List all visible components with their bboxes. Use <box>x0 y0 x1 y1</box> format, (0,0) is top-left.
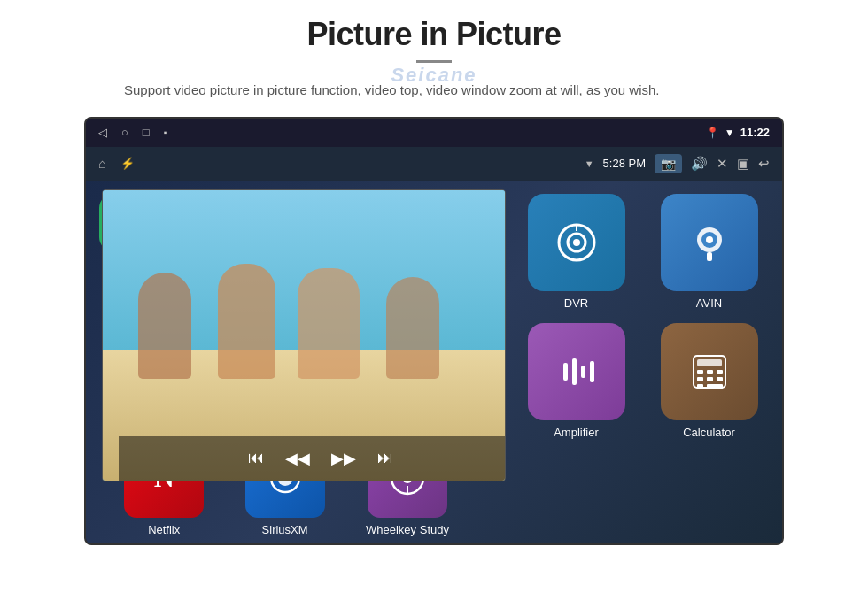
action-bar-right: ▼ 5:28 PM 📷 🔊 ✕ ▣ ↩ <box>585 154 770 173</box>
app-avin-label: AVIN <box>696 296 722 310</box>
calculator-svg-icon <box>688 350 731 393</box>
page-subtitle: Support video picture in picture functio… <box>124 81 744 101</box>
svg-rect-21 <box>707 384 723 389</box>
svg-rect-10 <box>581 366 585 378</box>
svg-point-7 <box>706 236 713 243</box>
amplifier-svg-icon <box>554 350 599 394</box>
pip-action-icon[interactable]: ▣ <box>737 156 749 172</box>
svg-rect-17 <box>697 377 703 381</box>
app-dvr-icon[interactable] <box>528 194 625 291</box>
spacer2 <box>638 438 744 536</box>
extra-nav-icon[interactable]: ▪ <box>164 127 167 137</box>
home-nav-icon[interactable]: ○ <box>121 126 128 139</box>
svg-rect-13 <box>697 359 722 366</box>
status-bar-right: 📍 ▼ 11:22 <box>706 126 770 139</box>
pip-next-button[interactable]: ⏭ <box>377 449 393 467</box>
svg-rect-8 <box>563 363 568 381</box>
dvr-svg-icon <box>554 220 599 265</box>
app-dvr-wrapper[interactable]: DVR <box>516 194 636 310</box>
usb-action-icon[interactable]: ⚡ <box>120 157 135 170</box>
app-calculator-label: Calculator <box>683 426 735 439</box>
pip-controls: ⏮ ◀◀ ▶▶ ⏭ <box>119 436 506 481</box>
title-divider <box>416 60 452 63</box>
svg-rect-11 <box>590 361 594 382</box>
page-title: Picture in Picture <box>0 16 868 53</box>
svg-rect-16 <box>717 370 723 374</box>
avin-svg-icon <box>687 220 732 265</box>
svg-rect-18 <box>707 377 713 381</box>
figure2 <box>218 264 275 379</box>
app-calculator-icon[interactable] <box>661 323 758 420</box>
app-amplifier-wrapper[interactable]: Amplifier <box>516 323 636 439</box>
signal-icon: ▼ <box>725 127 735 139</box>
app-dvr-label: DVR <box>564 296 588 310</box>
app-amplifier-label: Amplifier <box>554 426 599 439</box>
svg-rect-20 <box>697 384 703 389</box>
app-calculator-wrapper[interactable]: Calculator <box>649 323 769 439</box>
svg-rect-19 <box>717 377 723 381</box>
status-time: 11:22 <box>740 126 770 139</box>
svg-rect-15 <box>707 370 713 374</box>
action-time: 5:28 PM <box>603 157 646 170</box>
camera-button[interactable]: 📷 <box>655 154 682 173</box>
status-bar: ◁ ○ □ ▪ 📍 ▼ 11:22 <box>86 119 782 147</box>
pip-prev-button[interactable]: ⏮ <box>248 449 264 467</box>
action-bar: ⌂ ⚡ ▼ 5:28 PM 📷 🔊 ✕ ▣ ↩ <box>86 147 782 181</box>
pip-video[interactable]: ▶ − + ✕ ⏮ <box>102 189 506 481</box>
app-area: ▶ − + ✕ ⏮ <box>86 181 782 543</box>
figure1 <box>138 273 191 379</box>
svg-rect-9 <box>572 358 577 385</box>
svg-rect-6 <box>707 252 712 261</box>
back-nav-icon[interactable]: ◁ <box>98 126 107 139</box>
back-action-icon[interactable]: ↩ <box>758 156 770 172</box>
figure3 <box>298 268 360 379</box>
pip-forward-button[interactable]: ▶▶ <box>331 449 356 468</box>
close-action-icon[interactable]: ✕ <box>717 156 728 172</box>
svg-point-2 <box>573 239 580 246</box>
pip-container: ▶ − + ✕ ⏮ <box>86 181 511 543</box>
app-amplifier-icon[interactable] <box>528 323 625 420</box>
pip-rewind-button[interactable]: ◀◀ <box>285 449 310 468</box>
page-header: Picture in Picture <box>0 0 868 81</box>
location-icon: 📍 <box>706 127 719 139</box>
app-avin-icon[interactable] <box>661 194 758 291</box>
recent-nav-icon[interactable]: □ <box>143 126 150 139</box>
status-bar-left: ◁ ○ □ ▪ <box>98 126 167 139</box>
home-action-icon[interactable]: ⌂ <box>98 156 106 171</box>
action-bar-left: ⌂ ⚡ <box>98 156 135 171</box>
app-avin-wrapper[interactable]: AVIN <box>649 194 769 310</box>
figure4 <box>386 277 439 379</box>
volume-action-icon[interactable]: 🔊 <box>691 156 708 172</box>
svg-rect-14 <box>697 370 703 374</box>
wifi-action-icon: ▼ <box>585 158 594 169</box>
device-frame: ◁ ○ □ ▪ 📍 ▼ 11:22 ⌂ ⚡ ▼ 5:28 PM 📷 🔊 ✕ ▣ … <box>84 117 784 545</box>
